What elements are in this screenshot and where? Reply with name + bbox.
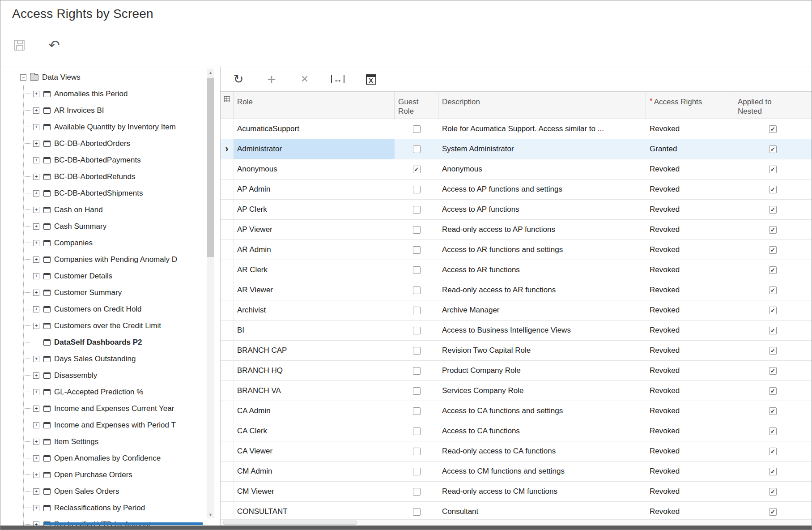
expand-icon[interactable]: +: [33, 521, 39, 526]
guest-role-checkbox[interactable]: [413, 286, 421, 294]
applied-to-nested-cell[interactable]: ✓: [734, 321, 812, 340]
expand-icon[interactable]: +: [33, 372, 39, 379]
export-to-excel-button[interactable]: X: [363, 71, 379, 87]
row-selector-cell[interactable]: [221, 280, 234, 300]
row-selector-cell[interactable]: [221, 361, 234, 380]
tree-item[interactable]: + BC-DB-AbortedShipments: [24, 185, 220, 201]
grid-horizontal-scrollbar-thumb[interactable]: [223, 521, 357, 525]
guest-role-cell[interactable]: [395, 482, 438, 501]
tree-item[interactable]: + GL-Accepted Prediction %: [24, 384, 220, 400]
table-row[interactable]: CA Clerk Access to CA functions Revoked …: [221, 421, 812, 441]
role-cell[interactable]: BRANCH CAP: [234, 341, 395, 360]
expand-icon[interactable]: +: [33, 323, 39, 329]
row-selector-cell[interactable]: [221, 482, 234, 501]
access-rights-cell[interactable]: Revoked: [646, 441, 734, 461]
access-rights-cell[interactable]: Revoked: [646, 381, 734, 401]
row-selector-cell[interactable]: [221, 502, 234, 519]
applied-to-nested-cell[interactable]: ✓: [734, 220, 812, 239]
table-row[interactable]: CM Admin Access to CM functions and sett…: [221, 462, 812, 482]
guest-role-checkbox[interactable]: [413, 246, 421, 254]
table-row[interactable]: Anonymous ✓ Anonymous Revoked ✓: [221, 159, 812, 180]
role-cell[interactable]: CM Admin: [234, 462, 395, 481]
access-rights-cell[interactable]: Revoked: [646, 300, 734, 320]
guest-role-checkbox[interactable]: [413, 327, 421, 334]
role-cell[interactable]: Archivist: [234, 300, 395, 320]
row-selector-cell[interactable]: [221, 381, 234, 401]
guest-role-checkbox[interactable]: [413, 307, 421, 314]
expand-icon[interactable]: +: [33, 455, 39, 462]
column-header-guest-role[interactable]: Guest Role: [395, 92, 438, 119]
scroll-down-button[interactable]: ▼: [207, 511, 214, 518]
applied-to-nested-cell[interactable]: ✓: [734, 361, 812, 380]
tree-item[interactable]: + Open Sales Orders: [24, 483, 220, 500]
guest-role-cell[interactable]: [395, 321, 438, 340]
tree-item[interactable]: + Cash Summary: [24, 218, 220, 235]
applied-to-nested-checkbox[interactable]: ✓: [769, 125, 777, 133]
description-cell[interactable]: Access to CA functions and settings: [438, 401, 646, 421]
role-cell[interactable]: CA Clerk: [234, 421, 395, 441]
applied-to-nested-checkbox[interactable]: ✓: [769, 387, 777, 395]
tree-item[interactable]: + Income and Expenses Current Year: [24, 400, 220, 417]
guest-role-cell[interactable]: [395, 361, 438, 380]
applied-to-nested-cell[interactable]: ✓: [734, 341, 812, 360]
delete-row-button[interactable]: ✕: [297, 71, 313, 87]
guest-role-checkbox[interactable]: [413, 427, 421, 435]
expand-icon[interactable]: +: [33, 290, 39, 296]
applied-to-nested-cell[interactable]: ✓: [734, 401, 812, 421]
description-cell[interactable]: Archive Manager: [438, 300, 646, 320]
guest-role-checkbox[interactable]: ✓: [413, 166, 421, 173]
expand-icon[interactable]: +: [33, 472, 39, 478]
table-row[interactable]: AcumaticaSupport Role for Acumatica Supp…: [221, 119, 812, 139]
row-selector-cell[interactable]: [221, 462, 234, 481]
guest-role-cell[interactable]: [395, 341, 438, 360]
applied-to-nested-cell[interactable]: ✓: [734, 260, 812, 280]
guest-role-cell[interactable]: [395, 139, 438, 159]
role-cell[interactable]: AcumaticaSupport: [234, 119, 395, 139]
expand-icon[interactable]: +: [33, 505, 39, 511]
applied-to-nested-cell[interactable]: ✓: [734, 139, 812, 159]
expand-icon[interactable]: +: [33, 207, 39, 213]
expand-icon[interactable]: +: [33, 91, 39, 97]
tree-item[interactable]: + BC-DB-AbortedPayments: [24, 152, 220, 168]
tree-item[interactable]: + Item Settings: [24, 433, 220, 450]
tree-item[interactable]: + Customer Details: [24, 268, 220, 284]
applied-to-nested-checkbox[interactable]: ✓: [769, 145, 777, 153]
applied-to-nested-checkbox[interactable]: ✓: [769, 468, 777, 475]
guest-role-cell[interactable]: [395, 119, 438, 139]
description-cell[interactable]: Product Company Role: [438, 361, 646, 380]
table-row[interactable]: AP Admin Access to AP functions and sett…: [221, 180, 812, 200]
tree-item[interactable]: + Available Quantity by Inventory Item: [24, 119, 220, 135]
row-selector-cell[interactable]: [221, 180, 234, 199]
access-rights-cell[interactable]: Revoked: [646, 119, 734, 139]
table-row[interactable]: BRANCH HQ Product Company Role Revoked ✓: [221, 361, 812, 381]
access-rights-cell[interactable]: Revoked: [646, 502, 734, 519]
access-rights-cell[interactable]: Revoked: [646, 421, 734, 441]
table-row[interactable]: CA Admin Access to CA functions and sett…: [221, 401, 812, 421]
expand-icon[interactable]: +: [33, 306, 39, 312]
grid-horizontal-scrollbar[interactable]: [221, 519, 812, 526]
applied-to-nested-checkbox[interactable]: ✓: [769, 226, 777, 234]
guest-role-checkbox[interactable]: [413, 347, 421, 355]
row-selector-cell[interactable]: [221, 200, 234, 219]
applied-to-nested-checkbox[interactable]: ✓: [769, 407, 777, 415]
guest-role-cell[interactable]: [395, 401, 438, 421]
guest-role-checkbox[interactable]: [413, 468, 421, 475]
row-selector-cell[interactable]: [221, 159, 234, 179]
expand-icon[interactable]: +: [33, 256, 39, 263]
guest-role-cell[interactable]: [395, 502, 438, 519]
row-selector-cell[interactable]: [221, 421, 234, 441]
guest-role-cell[interactable]: [395, 200, 438, 219]
table-row[interactable]: AR Clerk Access to AR functions Revoked …: [221, 260, 812, 280]
role-cell[interactable]: AR Clerk: [234, 260, 395, 280]
refresh-button[interactable]: ↻: [230, 71, 247, 87]
applied-to-nested-checkbox[interactable]: ✓: [769, 327, 777, 334]
access-rights-cell[interactable]: Revoked: [646, 220, 734, 239]
scroll-up-button[interactable]: ▲: [207, 68, 214, 76]
applied-to-nested-checkbox[interactable]: ✓: [769, 246, 777, 254]
applied-to-nested-checkbox[interactable]: ✓: [769, 347, 777, 355]
access-rights-cell[interactable]: Revoked: [646, 361, 734, 380]
fit-to-screen-button[interactable]: ↔: [330, 71, 346, 87]
tree-item[interactable]: + Cash on Hand: [24, 201, 220, 218]
guest-role-cell[interactable]: [395, 280, 438, 300]
tree-item[interactable]: + BC-DB-AbortedOrders: [24, 135, 220, 152]
